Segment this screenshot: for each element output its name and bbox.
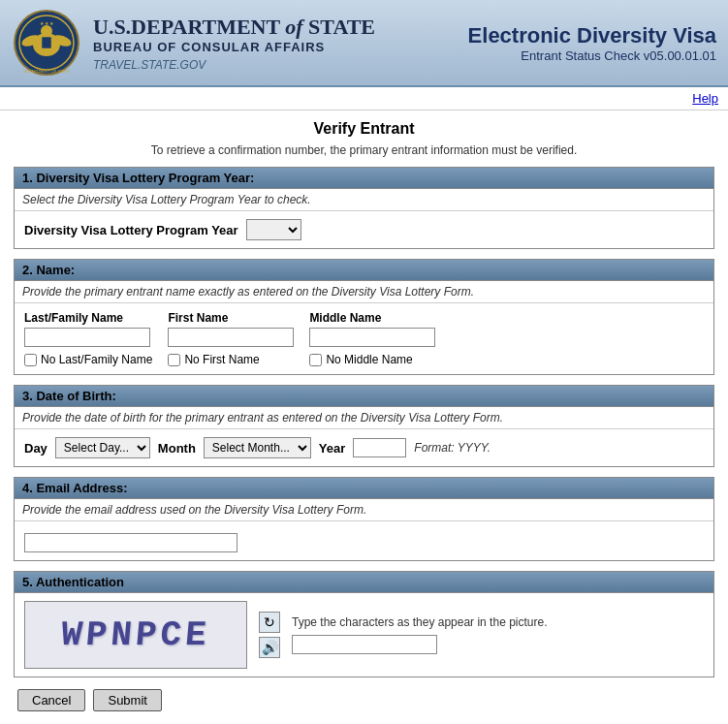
middle-name-input[interactable] [309, 328, 435, 347]
help-bar: Help [0, 87, 728, 110]
first-name-label: First Name [168, 311, 294, 325]
first-name-input[interactable] [168, 328, 294, 347]
cancel-button[interactable]: Cancel [17, 689, 85, 711]
first-name-field: First Name No First Name [168, 311, 294, 366]
day-label: Day [24, 441, 47, 456]
captcha-input[interactable] [292, 635, 437, 654]
no-last-label: No Last/Family Name [41, 353, 152, 366]
website-url: TRAVEL.STATE.GOV [93, 58, 468, 72]
page-description: To retrieve a confirmation number, the p… [14, 143, 714, 157]
last-name-label: Last/Family Name [24, 311, 152, 325]
captcha-controls: ↻ 🔊 [259, 612, 280, 658]
no-middle-row: No Middle Name [309, 353, 435, 366]
submit-button[interactable]: Submit [93, 689, 161, 711]
last-name-input[interactable] [24, 328, 150, 347]
section2-header: 2. Name: [15, 260, 713, 281]
no-middle-checkbox[interactable] [309, 354, 322, 366]
no-first-row: No First Name [168, 353, 294, 366]
no-first-label: No First Name [184, 353, 259, 366]
site-header: ★ ★ ★ DEPARTMENT OF STATE U.S.DEPARTMENT… [0, 0, 728, 87]
section1-body: Diversity Visa Lottery Program Year 2012… [15, 211, 713, 248]
svg-text:★ ★ ★: ★ ★ ★ [40, 20, 55, 26]
help-link[interactable]: Help [692, 91, 718, 106]
email-input[interactable] [24, 533, 237, 552]
no-last-row: No Last/Family Name [24, 353, 152, 366]
section5-header: 5. Authentication [15, 572, 713, 593]
year-row: Diversity Visa Lottery Program Year 2012… [24, 219, 704, 240]
header-title-block: U.S.DEPARTMENT of STATE BUREAU OF CONSUL… [93, 15, 468, 72]
section-program-year: 1. Diversity Visa Lottery Program Year: … [14, 167, 714, 249]
auth-right: Type the characters as they appear in th… [292, 615, 547, 654]
section4-header: 4. Email Address: [15, 478, 713, 499]
section2-desc: Provide the primary entrant name exactly… [15, 281, 713, 303]
year-field-label: Diversity Visa Lottery Program Year [24, 223, 238, 237]
bureau-name: BUREAU OF CONSULAR AFFAIRS [93, 40, 468, 54]
year-input[interactable] [353, 438, 406, 457]
no-middle-label: No Middle Name [326, 353, 412, 366]
section1-desc: Select the Diversity Visa Lottery Progra… [15, 189, 713, 211]
middle-name-field: Middle Name No Middle Name [309, 311, 435, 366]
captcha-image: WPNPCE [24, 601, 247, 669]
last-name-field: Last/Family Name No Last/Family Name [24, 311, 152, 366]
no-last-checkbox[interactable] [24, 354, 37, 366]
captcha-audio-button[interactable]: 🔊 [259, 637, 280, 658]
dob-row: Day Select Day... 1 2 3 Month Select Mon… [24, 437, 704, 458]
name-fields-row: Last/Family Name No Last/Family Name Fir… [24, 311, 704, 366]
auth-row: WPNPCE ↻ 🔊 Type the characters as they a… [24, 601, 704, 669]
year-format: Format: YYYY. [414, 441, 491, 455]
section3-header: 3. Date of Birth: [15, 386, 713, 407]
app-title-block: Electronic Diversity Visa Entrant Status… [468, 23, 716, 63]
section5-body: WPNPCE ↻ 🔊 Type the characters as they a… [15, 593, 713, 677]
page-title: Verify Entrant [14, 120, 714, 138]
section-name: 2. Name: Provide the primary entrant nam… [14, 259, 714, 375]
section-dob: 3. Date of Birth: Provide the date of bi… [14, 385, 714, 467]
svg-text:DEPARTMENT OF STATE: DEPARTMENT OF STATE [23, 69, 70, 74]
middle-name-label: Middle Name [309, 311, 435, 325]
svg-point-6 [41, 25, 52, 37]
section4-desc: Provide the email address used on the Di… [15, 499, 713, 521]
section3-desc: Provide the date of birth for the primar… [15, 407, 713, 429]
program-year-select[interactable]: 2012 2013 2014 2015 2016 2017 [246, 219, 301, 240]
form-buttons: Cancel Submit [14, 689, 714, 711]
captcha-refresh-button[interactable]: ↻ [259, 612, 280, 633]
app-title: Electronic Diversity Visa [468, 23, 716, 48]
section-auth: 5. Authentication WPNPCE ↻ 🔊 Type the ch… [14, 571, 714, 677]
month-select[interactable]: Select Month... January February [204, 437, 311, 458]
seal-logo: ★ ★ ★ DEPARTMENT OF STATE [12, 8, 81, 78]
app-subtitle: Entrant Status Check v05.00.01.01 [468, 48, 716, 63]
svg-rect-7 [42, 37, 51, 48]
dept-name: U.S.DEPARTMENT of STATE [93, 15, 468, 40]
captcha-text: WPNPCE [59, 615, 211, 655]
year-label: Year [319, 441, 345, 456]
section1-header: 1. Diversity Visa Lottery Program Year: [15, 168, 713, 189]
section4-body [15, 521, 713, 560]
section3-body: Day Select Day... 1 2 3 Month Select Mon… [15, 429, 713, 466]
captcha-desc: Type the characters as they appear in th… [292, 615, 547, 629]
day-select[interactable]: Select Day... 1 2 3 [55, 437, 150, 458]
no-first-checkbox[interactable] [168, 354, 180, 366]
section2-body: Last/Family Name No Last/Family Name Fir… [15, 303, 713, 374]
month-label: Month [158, 441, 196, 456]
section-email: 4. Email Address: Provide the email addr… [14, 477, 714, 561]
main-content: Verify Entrant To retrieve a confirmatio… [0, 110, 728, 721]
